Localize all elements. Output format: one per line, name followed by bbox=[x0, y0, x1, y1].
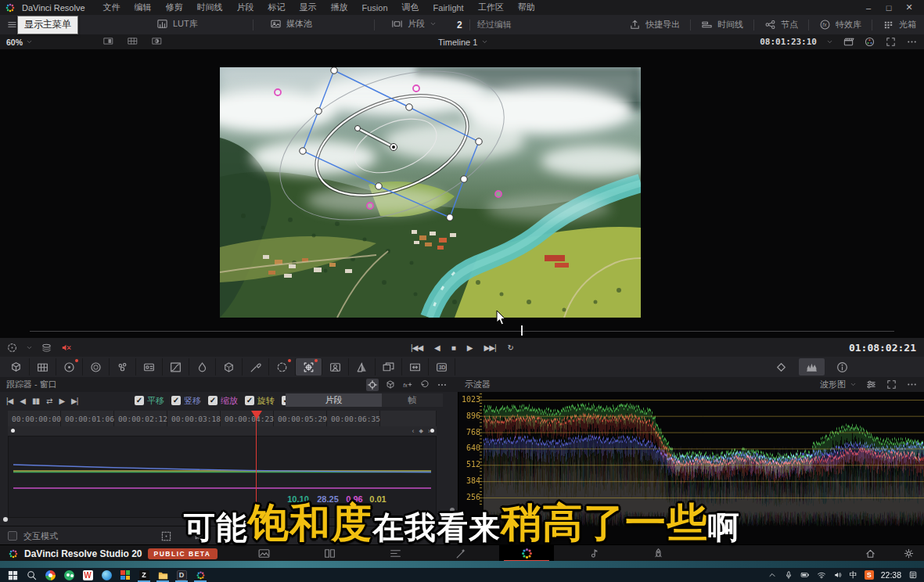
dots-menu-icon[interactable] bbox=[906, 36, 918, 48]
target-crosshair-icon[interactable] bbox=[366, 379, 379, 391]
settings-gear-icon[interactable] bbox=[903, 548, 915, 559]
taskbar-clock[interactable]: 22:38 bbox=[881, 570, 901, 580]
battery-icon[interactable] bbox=[800, 570, 810, 580]
transport-button-4[interactable]: ▶▶| bbox=[484, 343, 496, 352]
keyframe-dot[interactable] bbox=[11, 429, 15, 433]
fairlight-page-icon[interactable] bbox=[579, 545, 606, 562]
keyframe-nav[interactable]: ‹◆› bbox=[412, 426, 430, 436]
power-window-preset-icon[interactable] bbox=[6, 342, 18, 354]
qualifier-icon[interactable] bbox=[189, 358, 216, 375]
toolbar-lightbox[interactable]: 光箱 bbox=[883, 19, 916, 31]
tracker-transport-5[interactable]: ▶| bbox=[71, 397, 77, 405]
tracker-checkbox-旋转[interactable]: ✓旋转 bbox=[245, 395, 275, 407]
color-warper-icon[interactable] bbox=[216, 358, 243, 375]
eyedropper-icon[interactable] bbox=[243, 358, 269, 375]
sogou-input-icon[interactable]: S bbox=[865, 570, 874, 580]
gallery-icon[interactable] bbox=[376, 358, 402, 375]
toolbar-timeline[interactable]: 时间线 bbox=[701, 19, 743, 31]
edit-page-icon[interactable] bbox=[382, 545, 408, 562]
curves-icon[interactable] bbox=[163, 358, 189, 375]
tracker-transport-3[interactable]: ⇄ bbox=[46, 397, 52, 405]
expand-icon[interactable] bbox=[885, 36, 897, 48]
colorwheel-small-icon[interactable] bbox=[864, 36, 875, 48]
sliders-icon[interactable] bbox=[865, 379, 877, 390]
menu-item-10[interactable]: Fairlight bbox=[426, 3, 471, 13]
wps-icon[interactable]: W bbox=[78, 568, 97, 582]
project-home-icon[interactable] bbox=[865, 548, 876, 559]
maximize-button[interactable]: □ bbox=[879, 3, 899, 13]
camera-raw-icon[interactable] bbox=[3, 358, 30, 375]
tracker-transport-1[interactable]: ◀ bbox=[20, 397, 25, 405]
cut-page-icon[interactable] bbox=[316, 545, 343, 562]
video-app-icon[interactable]: Z bbox=[135, 568, 153, 582]
start-button[interactable] bbox=[3, 568, 22, 582]
toolbar-media-pool[interactable]: 媒体池 bbox=[270, 18, 312, 30]
tracker-timeline-ruler[interactable]: 00:00:00:0000:00:01:0600:00:02:1200:00:0… bbox=[8, 411, 437, 426]
tracker-icon[interactable] bbox=[296, 358, 322, 375]
tracker-checkbox-竖移[interactable]: ✓竖移 bbox=[171, 395, 201, 407]
davinci-resolve-taskbar-icon[interactable] bbox=[191, 568, 210, 582]
dots-menu-icon[interactable] bbox=[906, 379, 918, 390]
keyframe-dot[interactable] bbox=[430, 429, 434, 433]
tracker-transport-4[interactable]: ▶ bbox=[59, 397, 64, 405]
toolbar-lut-library[interactable]: LUT库 bbox=[156, 18, 198, 30]
menu-item-3[interactable]: 时间线 bbox=[190, 2, 230, 13]
keyframes-icon[interactable] bbox=[768, 358, 794, 375]
minimize-button[interactable]: – bbox=[858, 3, 879, 13]
tracker-keyframe-strip[interactable]: ‹◆› bbox=[8, 426, 437, 436]
motion-effects-icon[interactable] bbox=[136, 358, 163, 375]
menu-item-8[interactable]: Fusion bbox=[355, 3, 395, 13]
wechat-icon[interactable] bbox=[59, 568, 78, 582]
menu-item-1[interactable]: 编辑 bbox=[128, 2, 159, 13]
menu-item-6[interactable]: 显示 bbox=[293, 2, 324, 13]
search-button[interactable] bbox=[22, 568, 41, 582]
tracker-tab-帧[interactable]: 帧 bbox=[382, 393, 443, 407]
scopes-icon[interactable] bbox=[799, 358, 825, 375]
cube-3d-icon[interactable] bbox=[385, 379, 396, 390]
menu-item-7[interactable]: 播放 bbox=[324, 2, 355, 13]
sizing-icon[interactable] bbox=[402, 358, 429, 375]
power-window-overlay[interactable] bbox=[220, 67, 641, 318]
expand-icon[interactable] bbox=[886, 379, 897, 390]
blur-icon[interactable] bbox=[349, 358, 376, 375]
timeline-selector[interactable]: Timeline 1 bbox=[438, 34, 488, 49]
transport-button-3[interactable]: ▶ bbox=[467, 343, 473, 352]
tracker-transport-0[interactable]: |◀ bbox=[6, 397, 13, 405]
viewer-jog-bar[interactable] bbox=[30, 331, 894, 332]
viewer-zoom-select[interactable]: 60% bbox=[6, 34, 33, 49]
toolbar-nodes[interactable]: 节点 bbox=[764, 19, 798, 31]
hamburger-menu-icon[interactable] bbox=[6, 19, 18, 31]
wifi-icon[interactable] bbox=[817, 570, 826, 580]
ime-indicator[interactable]: 中 bbox=[850, 569, 857, 580]
view-split-icon[interactable] bbox=[150, 36, 164, 46]
unmix-icon[interactable] bbox=[41, 342, 52, 354]
clapper-icon[interactable] bbox=[843, 36, 854, 48]
close-button[interactable]: ✕ bbox=[899, 2, 919, 13]
view-single-icon[interactable] bbox=[102, 36, 115, 46]
dev-app-icon[interactable]: D bbox=[172, 568, 191, 582]
scrollbar-dot[interactable] bbox=[3, 517, 8, 522]
transport-button-1[interactable]: ◀ bbox=[434, 343, 440, 352]
reset-clock-icon[interactable] bbox=[419, 379, 430, 390]
browser-icon[interactable] bbox=[41, 568, 59, 582]
microphone-icon[interactable] bbox=[784, 570, 793, 580]
menu-item-5[interactable]: 标记 bbox=[261, 2, 293, 13]
menu-item-4[interactable]: 片段 bbox=[230, 2, 261, 13]
deliver-page-icon[interactable] bbox=[645, 545, 671, 562]
view-grid-icon[interactable] bbox=[126, 36, 139, 46]
notification-center-icon[interactable] bbox=[908, 570, 918, 580]
stereo-3d-icon[interactable]: 3D bbox=[429, 358, 455, 375]
color-page-icon[interactable] bbox=[499, 545, 554, 562]
menu-item-0[interactable]: 文件 bbox=[96, 2, 128, 13]
edge-browser-icon[interactable] bbox=[97, 568, 116, 582]
media-page-icon[interactable] bbox=[250, 545, 277, 562]
tracker-tab-片段[interactable]: 片段 bbox=[286, 393, 382, 407]
tray-expand-icon[interactable] bbox=[768, 570, 777, 580]
tracker-transport-2[interactable]: ▮▮ bbox=[32, 397, 39, 405]
toolbar-quick-export[interactable]: 快捷导出 bbox=[629, 19, 680, 31]
menu-item-2[interactable]: 修剪 bbox=[159, 2, 190, 13]
color-wheels-icon[interactable] bbox=[56, 358, 83, 375]
fusion-page-icon[interactable] bbox=[448, 545, 474, 562]
toolbar-effects-library[interactable]: fx特效库 bbox=[819, 19, 861, 31]
video-frame[interactable] bbox=[220, 67, 641, 318]
